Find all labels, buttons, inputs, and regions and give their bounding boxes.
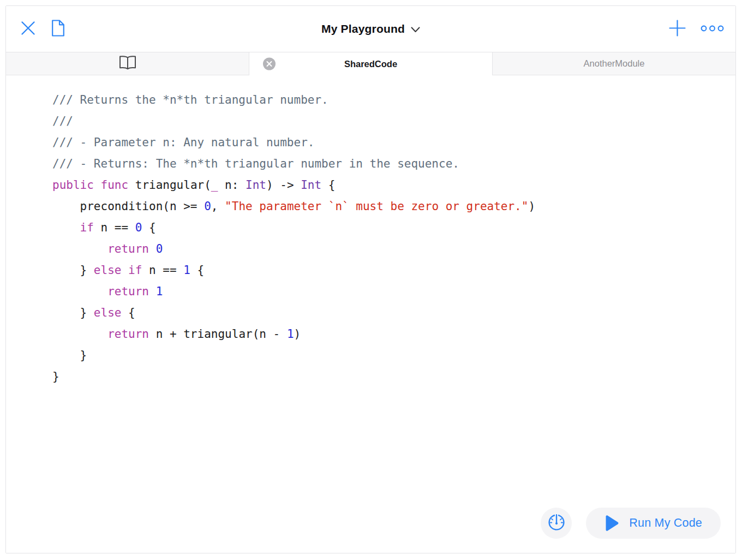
- run-my-code-button[interactable]: Run My Code: [586, 508, 721, 539]
- code-token-number: 1: [156, 285, 163, 298]
- code-token-keyword: return: [107, 285, 149, 298]
- code-token-number: 0: [156, 242, 163, 255]
- code-token-plain: n ==: [142, 264, 183, 277]
- code-token-string: "The parameter `n` must be zero or great…: [225, 200, 528, 213]
- code-line[interactable]: } else if n == 1 {: [52, 260, 719, 281]
- chevron-down-icon: [411, 25, 420, 35]
- code-line[interactable]: return n + triangular(n - 1): [52, 324, 719, 345]
- tab-label-sharedcode: SharedCode: [344, 59, 397, 69]
- code-token-plain: n:: [218, 178, 246, 192]
- close-icon: [20, 20, 36, 38]
- code-token-plain: }: [52, 306, 94, 319]
- code-token-comment: /// - Parameter n: Any natural number.: [52, 136, 314, 149]
- code-line[interactable]: if n == 0 {: [52, 217, 719, 239]
- code-token-plain: ) ->: [266, 178, 301, 192]
- tab-sharedcode[interactable]: SharedCode: [249, 52, 493, 75]
- run-button-label: Run My Code: [629, 516, 702, 530]
- play-icon: [605, 515, 619, 532]
- more-button[interactable]: [700, 25, 725, 34]
- book-icon: [119, 55, 136, 72]
- code-token-plain: [52, 327, 107, 341]
- page-title: My Playground: [321, 22, 405, 35]
- close-tab-button[interactable]: [263, 58, 276, 70]
- more-icon: [700, 25, 725, 34]
- code-token-plain: ,: [211, 200, 225, 213]
- new-document-icon: [51, 20, 65, 38]
- code-token-number: 0: [135, 221, 142, 234]
- code-token-plain: [149, 285, 156, 298]
- tab-anothermodule[interactable]: AnotherModule: [493, 52, 735, 75]
- code-token-keyword: public: [52, 178, 94, 192]
- code-line[interactable]: }: [52, 345, 719, 366]
- new-document-button[interactable]: [51, 20, 65, 38]
- code-token-plain: }: [52, 264, 94, 277]
- code-token-plain: n ==: [94, 221, 135, 234]
- code-line[interactable]: precondition(n >= 0, "The parameter `n` …: [52, 196, 719, 217]
- code-line[interactable]: /// - Parameter n: Any natural number.: [52, 132, 719, 153]
- code-token-plain: n + triangular(n -: [149, 327, 287, 341]
- code-token-plain: {: [190, 264, 204, 277]
- tab-label-anothermodule: AnotherModule: [584, 58, 645, 69]
- code-token-plain: [121, 264, 128, 277]
- code-token-plain: triangular(: [128, 178, 211, 192]
- code-token-number: 1: [183, 264, 190, 277]
- run-speed-button[interactable]: [541, 508, 572, 539]
- code-token-plain: ): [528, 200, 535, 213]
- code-token-keyword: func: [101, 178, 129, 192]
- code-token-plain: [94, 178, 101, 192]
- code-token-plain: }: [52, 349, 87, 362]
- code-token-plain: {: [321, 178, 335, 192]
- code-token-keyword: return: [107, 242, 149, 255]
- code-line[interactable]: /// Returns the *n*th triangular number.: [52, 90, 719, 111]
- code-line[interactable]: }: [52, 366, 719, 388]
- code-token-type: Int: [301, 178, 321, 192]
- code-editor-area: /// Returns the *n*th triangular number.…: [6, 75, 735, 553]
- code-token-plain: ): [294, 327, 301, 341]
- header-left-group: [20, 20, 65, 38]
- close-circle-icon: [266, 59, 272, 69]
- code-token-plain: {: [142, 221, 155, 234]
- code-token-number: 1: [287, 327, 294, 341]
- code-token-plain: }: [52, 370, 59, 383]
- code-token-keyword: return: [107, 327, 149, 341]
- code-line[interactable]: public func triangular(_ n: Int) -> Int …: [52, 175, 719, 196]
- code-token-keyword: else: [94, 306, 122, 319]
- header-right-group: [669, 20, 725, 38]
- document-title-menu[interactable]: My Playground: [321, 22, 420, 35]
- code-line[interactable]: return 1: [52, 281, 719, 302]
- code-token-keyword: if: [128, 264, 142, 277]
- tab-guide-book[interactable]: [6, 52, 249, 75]
- code-line[interactable]: /// - Returns: The *n*th triangular numb…: [52, 153, 719, 175]
- code-token-number: 0: [204, 200, 211, 213]
- tab-bar: SharedCode AnotherModule: [6, 52, 735, 75]
- code-token-plain: {: [121, 306, 135, 319]
- playground-window: My Playground: [5, 5, 736, 553]
- code-line[interactable]: ///: [52, 111, 719, 132]
- header-bar: My Playground: [6, 6, 735, 52]
- code-token-type: Int: [246, 178, 266, 192]
- code-token-plain: [52, 285, 107, 298]
- code-token-comment: /// Returns the *n*th triangular number.: [52, 93, 328, 106]
- code-token-plain: precondition(n >=: [52, 200, 204, 213]
- code-token-comment: /// - Returns: The *n*th triangular numb…: [52, 157, 459, 170]
- code-token-plain: [149, 242, 156, 255]
- code-token-comment: ///: [52, 115, 73, 128]
- code-token-keyword: if: [80, 221, 94, 234]
- add-button[interactable]: [669, 20, 686, 38]
- speedometer-icon: [547, 513, 566, 533]
- run-controls: Run My Code: [541, 508, 721, 539]
- close-button[interactable]: [20, 20, 36, 38]
- code-token-keyword: else: [94, 264, 122, 277]
- code-token-plain: [52, 242, 107, 255]
- code-token-keyword: _: [211, 178, 218, 192]
- code-token-plain: [52, 221, 80, 234]
- code-editor[interactable]: /// Returns the *n*th triangular number.…: [6, 75, 735, 388]
- add-icon: [669, 20, 686, 38]
- code-line[interactable]: return 0: [52, 239, 719, 260]
- code-line[interactable]: } else {: [52, 302, 719, 324]
